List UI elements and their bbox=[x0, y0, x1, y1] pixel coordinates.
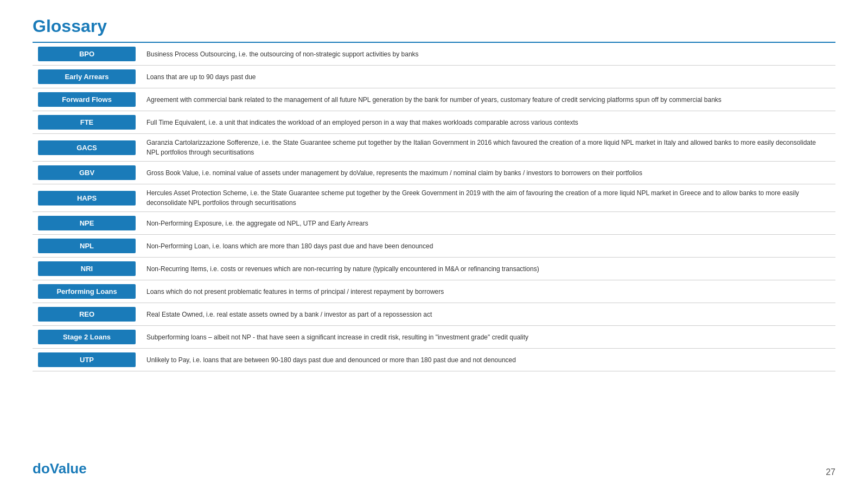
table-row: Performing LoansLoans which do not prese… bbox=[33, 280, 835, 303]
definition-cell: Agreement with commercial bank related t… bbox=[141, 88, 835, 111]
definition-cell: Non-Performing Loan, i.e. loans which ar… bbox=[141, 235, 835, 258]
glossary-table: BPOBusiness Process Outsourcing, i.e. th… bbox=[33, 43, 835, 371]
term-badge: NRI bbox=[38, 261, 136, 276]
footer: doValue 27 bbox=[33, 460, 835, 477]
table-row: Early ArrearsLoans that are up to 90 day… bbox=[33, 66, 835, 88]
logo: doValue bbox=[33, 460, 87, 477]
definition-cell: Non-Performing Exposure, i.e. the aggreg… bbox=[141, 212, 835, 235]
definition-cell: Subperforming loans – albeit not NP - th… bbox=[141, 326, 835, 349]
definition-cell: Non-Recurring Items, i.e. costs or reven… bbox=[141, 258, 835, 280]
term-badge: Performing Loans bbox=[38, 284, 136, 299]
term-badge: Early Arrears bbox=[38, 69, 136, 84]
table-row: FTEFull Time Equivalent, i.e. a unit tha… bbox=[33, 111, 835, 134]
term-badge: HAPS bbox=[38, 191, 136, 206]
term-cell: Early Arrears bbox=[33, 66, 141, 88]
term-badge: UTP bbox=[38, 352, 136, 367]
term-cell: HAPS bbox=[33, 184, 141, 212]
term-badge: BPO bbox=[38, 47, 136, 61]
page-title: Glossary bbox=[33, 16, 835, 36]
term-cell: FTE bbox=[33, 111, 141, 134]
table-row: Stage 2 LoansSubperforming loans – albei… bbox=[33, 326, 835, 349]
term-badge: Forward Flows bbox=[38, 92, 136, 107]
table-row: UTPUnlikely to Pay, i.e. loans that are … bbox=[33, 349, 835, 371]
table-row: BPOBusiness Process Outsourcing, i.e. th… bbox=[33, 43, 835, 66]
term-badge: REO bbox=[38, 307, 136, 322]
table-row: REOReal Estate Owned, i.e. real estate a… bbox=[33, 303, 835, 326]
term-cell: GACS bbox=[33, 134, 141, 162]
definition-cell: Full Time Equivalent, i.e. a unit that i… bbox=[141, 111, 835, 134]
term-badge: NPL bbox=[38, 239, 136, 253]
table-row: Forward FlowsAgreement with commercial b… bbox=[33, 88, 835, 111]
term-cell: Forward Flows bbox=[33, 88, 141, 111]
definition-cell: Gross Book Value, i.e. nominal value of … bbox=[141, 162, 835, 184]
table-row: NRINon-Recurring Items, i.e. costs or re… bbox=[33, 258, 835, 280]
term-cell: Performing Loans bbox=[33, 280, 141, 303]
term-badge: NPE bbox=[38, 216, 136, 230]
page-number: 27 bbox=[826, 467, 835, 477]
table-row: NPLNon-Performing Loan, i.e. loans which… bbox=[33, 235, 835, 258]
table-row: NPENon-Performing Exposure, i.e. the agg… bbox=[33, 212, 835, 235]
definition-cell: Loans which do not present problematic f… bbox=[141, 280, 835, 303]
table-row: GACSGaranzia Cartolarizzazione Sofferenz… bbox=[33, 134, 835, 162]
page: Glossary BPOBusiness Process Outsourcing… bbox=[0, 0, 868, 488]
term-cell: NPL bbox=[33, 235, 141, 258]
term-badge: Stage 2 Loans bbox=[38, 330, 136, 344]
table-row: GBVGross Book Value, i.e. nominal value … bbox=[33, 162, 835, 184]
definition-cell: Hercules Asset Protection Scheme, i.e. t… bbox=[141, 184, 835, 212]
term-cell: UTP bbox=[33, 349, 141, 371]
definition-cell: Real Estate Owned, i.e. real estate asse… bbox=[141, 303, 835, 326]
term-cell: GBV bbox=[33, 162, 141, 184]
term-cell: BPO bbox=[33, 43, 141, 66]
definition-cell: Loans that are up to 90 days past due bbox=[141, 66, 835, 88]
definition-cell: Unlikely to Pay, i.e. loans that are bet… bbox=[141, 349, 835, 371]
term-badge: GBV bbox=[38, 165, 136, 180]
term-cell: NPE bbox=[33, 212, 141, 235]
term-badge: GACS bbox=[38, 140, 136, 155]
table-row: HAPSHercules Asset Protection Scheme, i.… bbox=[33, 184, 835, 212]
term-cell: NRI bbox=[33, 258, 141, 280]
definition-cell: Business Process Outsourcing, i.e. the o… bbox=[141, 43, 835, 66]
term-badge: FTE bbox=[38, 115, 136, 130]
definition-cell: Garanzia Cartolarizzazione Sofferenze, i… bbox=[141, 134, 835, 162]
term-cell: REO bbox=[33, 303, 141, 326]
term-cell: Stage 2 Loans bbox=[33, 326, 141, 349]
